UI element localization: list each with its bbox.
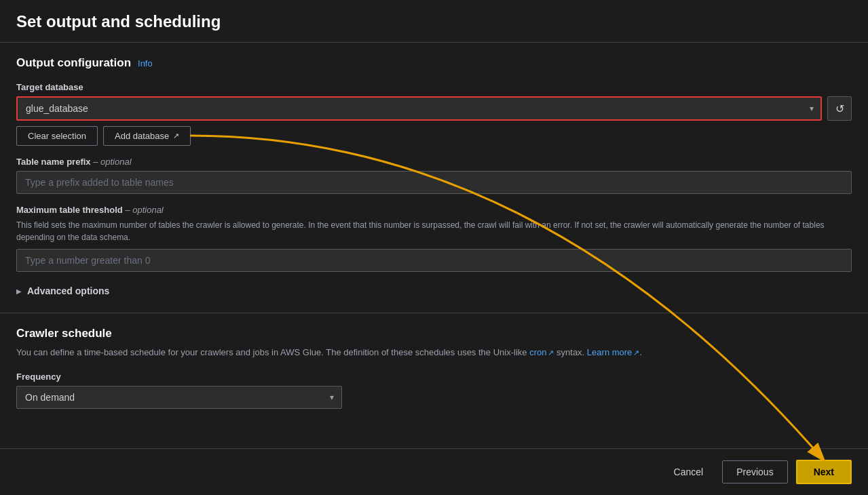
previous-button[interactable]: Previous: [722, 460, 787, 483]
crawler-schedule-section: Crawler schedule You can define a time-b…: [0, 313, 868, 433]
target-database-select[interactable]: glue_database: [16, 96, 822, 121]
frequency-select-wrapper: On demand Hourly Daily Weekly Monthly Cu…: [16, 386, 342, 409]
table-name-prefix-input[interactable]: [16, 171, 852, 194]
refresh-button[interactable]: ↺: [827, 96, 852, 121]
output-config-title: Output configuration: [16, 56, 131, 70]
table-name-prefix-group: Table name prefix – optional: [16, 157, 852, 194]
add-database-button[interactable]: Add database ↗: [103, 126, 191, 146]
crawler-schedule-description: You can define a time-based schedule for…: [16, 346, 852, 359]
cron-link[interactable]: cron↗: [529, 347, 554, 357]
table-name-prefix-label: Table name prefix – optional: [16, 157, 852, 167]
footer: Cancel Previous Next: [0, 448, 868, 495]
info-link[interactable]: Info: [138, 58, 153, 68]
frequency-select[interactable]: On demand Hourly Daily Weekly Monthly Cu…: [16, 386, 342, 409]
clear-selection-button[interactable]: Clear selection: [16, 126, 98, 146]
cron-external-icon: ↗: [548, 349, 554, 357]
select-row: glue_database ▾ ↺: [16, 96, 852, 121]
target-database-label: Target database: [16, 82, 852, 92]
chevron-right-icon: ▶: [16, 288, 22, 295]
learn-more-link[interactable]: Learn more↗: [587, 347, 639, 357]
database-action-buttons: Clear selection Add database ↗: [16, 126, 852, 146]
crawler-schedule-title: Crawler schedule: [16, 327, 852, 340]
page-title: Set output and scheduling: [0, 0, 868, 43]
database-select-wrapper: glue_database ▾: [16, 96, 822, 121]
frequency-group: Frequency On demand Hourly Daily Weekly …: [16, 372, 852, 409]
cancel-button[interactable]: Cancel: [663, 461, 715, 483]
target-database-group: Target database glue_database ▾ ↺ Clear …: [16, 82, 852, 146]
advanced-options-label: Advanced options: [27, 285, 109, 296]
next-button[interactable]: Next: [796, 460, 852, 484]
page-container: Set output and scheduling Output configu…: [0, 0, 868, 495]
max-table-threshold-label: Maximum table threshold – optional: [16, 205, 852, 215]
external-link-icon: ↗: [173, 132, 179, 140]
max-table-threshold-input[interactable]: [16, 249, 852, 272]
learn-more-external-icon: ↗: [633, 349, 639, 357]
advanced-options-row[interactable]: ▶ Advanced options: [16, 283, 852, 299]
max-table-threshold-group: Maximum table threshold – optional This …: [16, 205, 852, 272]
frequency-label: Frequency: [16, 372, 852, 382]
output-configuration-section: Output configuration Info Target databas…: [0, 43, 868, 313]
content-area: Output configuration Info Target databas…: [0, 43, 868, 448]
max-table-threshold-description: This field sets the maximum number of ta…: [16, 219, 852, 243]
section-header: Output configuration Info: [16, 56, 852, 70]
